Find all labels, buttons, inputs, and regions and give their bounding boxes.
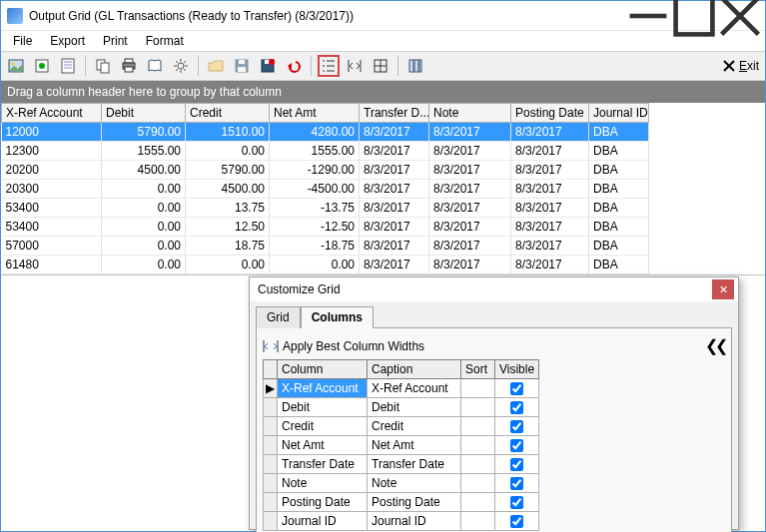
grid-header-row: X-Ref Account Debit Credit Net Amt Trans… [2,104,649,123]
maximize-button[interactable] [671,2,717,30]
visible-checkbox[interactable] [510,496,523,509]
apply-best-widths-button[interactable]: Apply Best Column Widths [263,339,424,353]
close-button[interactable] [717,2,763,30]
svg-line-24 [184,61,186,63]
svg-rect-1 [676,0,713,34]
save-icon[interactable] [231,55,253,77]
visible-checkbox[interactable] [510,382,523,395]
svg-rect-44 [409,60,413,72]
undo-icon[interactable] [283,55,305,77]
table-row[interactable]: 203000.004500.00-4500.008/3/20178/3/2017… [2,180,649,199]
menu-file[interactable]: File [5,32,40,50]
col-pdate[interactable]: Posting Date [511,104,589,123]
grid-icon[interactable] [370,55,391,77]
group-by-header[interactable]: Drag a column header here to group by th… [1,81,765,103]
table-row[interactable]: 120005790.001510.004280.008/3/20178/3/20… [2,123,649,142]
svg-rect-45 [414,60,418,72]
minimize-button[interactable] [625,2,671,30]
visible-checkbox[interactable] [510,420,523,433]
app-icon [7,8,23,24]
dialog-titlebar: Customize Grid ✕ [250,277,738,301]
tab-body: Apply Best Column Widths ❮❮ Column Capti… [256,327,732,532]
visible-checkbox[interactable] [510,477,523,490]
customize-grid-dialog: Customize Grid ✕ Grid Columns Apply Best… [249,276,739,530]
exit-button[interactable]: Exit [722,59,759,73]
record-icon[interactable] [31,55,53,77]
svg-line-25 [176,69,178,71]
column-row[interactable]: ▶X-Ref AccountX-Ref Account [264,379,539,398]
svg-rect-8 [62,59,74,73]
book-icon[interactable] [144,55,166,77]
table-row[interactable]: 534000.0013.75-13.758/3/20178/3/20178/3/… [2,199,649,218]
window-title: Output Grid (GL Transactions (Ready to T… [29,9,625,23]
menu-export[interactable]: Export [42,32,93,50]
gear-icon[interactable] [170,55,192,77]
hdr-sort[interactable]: Sort [461,360,495,379]
table-row[interactable]: 614800.000.000.008/3/20178/3/20178/3/201… [2,256,649,274]
toolbar: Exit [1,51,765,81]
fit-columns-icon[interactable] [344,55,366,77]
svg-line-22 [176,61,178,63]
table-row[interactable]: 534000.0012.50-12.508/3/20178/3/20178/3/… [2,218,649,237]
hdr-visible[interactable]: Visible [495,360,539,379]
menu-print[interactable]: Print [95,32,136,50]
tab-grid[interactable]: Grid [256,306,301,328]
print-icon[interactable] [118,55,140,77]
table-row[interactable]: 123001555.000.001555.008/3/20178/3/20178… [2,142,649,161]
menu-format[interactable]: Format [138,32,192,50]
column-row[interactable]: Journal IDJournal ID [264,512,539,531]
column-row[interactable]: Transfer DateTransfer Date [264,455,539,474]
close-icon [722,59,736,73]
open-icon[interactable] [205,55,227,77]
column-row[interactable]: Net AmtNet Amt [264,436,539,455]
svg-point-7 [39,63,45,69]
collapse-arrow-icon[interactable]: ❮❮ [705,336,725,355]
visible-checkbox[interactable] [510,439,523,452]
save-as-icon[interactable] [257,55,279,77]
col-net[interactable]: Net Amt [270,104,360,123]
table-row[interactable]: 202004500.005790.00-1290.008/3/20178/3/2… [2,161,649,180]
column-row[interactable]: NoteNote [264,474,539,493]
svg-point-31 [269,59,275,65]
svg-rect-46 [419,60,421,72]
fit-columns-icon [263,339,279,353]
copy-icon[interactable] [92,55,114,77]
svg-rect-28 [238,67,246,72]
dialog-title: Customize Grid [258,282,712,296]
visible-checkbox[interactable] [510,515,523,528]
app-window: Output Grid (GL Transactions (Ready to T… [0,0,766,532]
hdr-caption[interactable]: Caption [368,360,461,379]
column-row[interactable]: Posting DatePosting Date [264,493,539,512]
tab-columns[interactable]: Columns [301,306,374,328]
col-note[interactable]: Note [429,104,511,123]
dialog-close-button[interactable]: ✕ [712,279,734,299]
image-icon[interactable] [5,55,27,77]
table-row[interactable]: 570000.0018.75-18.758/3/20178/3/20178/3/… [2,237,649,256]
dialog-tabs: Grid Columns [250,301,738,327]
columns-table[interactable]: Column Caption Sort Visible ▶X-Ref Accou… [263,359,539,531]
col-xref[interactable]: X-Ref Account [2,104,102,123]
hdr-column[interactable]: Column [278,360,368,379]
list-view-icon[interactable] [318,55,340,77]
visible-checkbox[interactable] [510,458,523,471]
form-icon[interactable] [57,55,79,77]
svg-point-5 [12,63,15,66]
columns-icon[interactable] [404,55,426,77]
column-row[interactable]: CreditCredit [264,417,539,436]
svg-rect-16 [125,67,133,72]
column-row[interactable]: DebitDebit [264,398,539,417]
col-debit[interactable]: Debit [102,104,186,123]
col-credit[interactable]: Credit [186,104,270,123]
svg-rect-14 [125,59,133,63]
svg-rect-27 [239,60,245,64]
col-tdate[interactable]: Transfer D... [360,104,429,123]
svg-point-17 [178,63,184,69]
titlebar: Output Grid (GL Transactions (Ready to T… [1,1,765,31]
col-jid[interactable]: Journal ID [589,104,649,123]
visible-checkbox[interactable] [510,401,523,414]
svg-rect-13 [101,63,109,73]
data-grid[interactable]: X-Ref Account Debit Credit Net Amt Trans… [1,103,765,275]
svg-line-23 [184,69,186,71]
